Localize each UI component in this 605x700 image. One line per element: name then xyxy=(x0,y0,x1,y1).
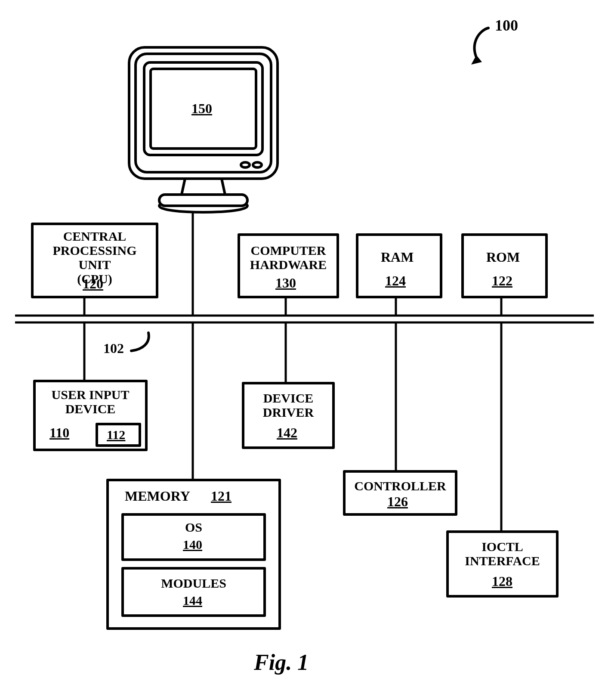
monitor-id: 150 xyxy=(191,101,212,116)
os-title: OS xyxy=(129,520,258,534)
driver-id: 142 xyxy=(277,425,297,440)
memory-id: 121 xyxy=(211,489,232,504)
uid-title: USER INPUT DEVICE xyxy=(39,387,142,416)
ioctl-id: 128 xyxy=(492,574,512,589)
uid-sub-id: 112 xyxy=(107,427,125,442)
os-id: 140 xyxy=(183,537,202,551)
ram-id: 124 xyxy=(385,273,406,288)
svg-rect-30 xyxy=(123,568,265,616)
hw-id: 130 xyxy=(275,276,296,291)
modules-title: MODULES xyxy=(129,576,258,590)
modules-id: 144 xyxy=(183,593,202,607)
figure-number-label: 100 xyxy=(495,17,518,34)
memory-title: MEMORY xyxy=(125,489,190,504)
controller-id: 126 xyxy=(387,494,408,509)
rom-id: 122 xyxy=(492,273,512,288)
ioctl-title: IOCTL INTERFACE xyxy=(452,539,553,568)
svg-rect-18 xyxy=(159,195,247,206)
ram-title: RAM xyxy=(381,250,414,265)
hw-title: COMPUTER HARDWARE xyxy=(241,243,336,272)
driver-title: DEVICE DRIVER xyxy=(247,391,329,419)
svg-point-16 xyxy=(241,162,250,167)
bus-label: 102 xyxy=(103,341,124,356)
figure-caption: Fig. 1 xyxy=(254,650,309,675)
diagram-canvas: 100 102 150 CENTRAL PROCESSING UNIT (CPU… xyxy=(0,0,605,700)
cpu-id: 120 xyxy=(83,276,103,291)
controller-title: CONTROLLER xyxy=(353,479,448,493)
diagram-svg xyxy=(0,0,605,700)
rom-title: ROM xyxy=(486,250,520,265)
svg-point-17 xyxy=(253,162,262,167)
uid-id: 110 xyxy=(49,425,69,440)
